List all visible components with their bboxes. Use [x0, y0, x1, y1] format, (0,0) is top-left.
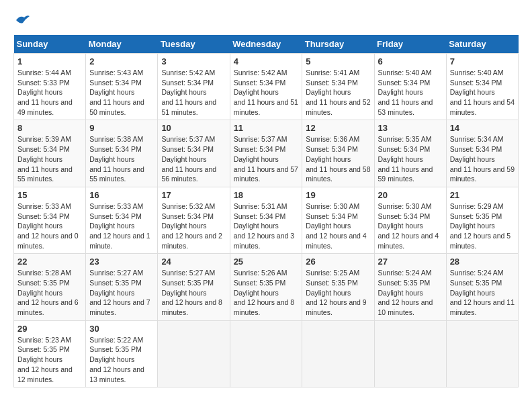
day-number: 26 [306, 257, 370, 267]
sunrise-label: Sunrise: 5:43 AM [89, 68, 143, 77]
daylight-duration: and 12 hours and 4 minutes. [378, 232, 439, 250]
day-number: 7 [450, 56, 515, 66]
sunrise-label: Sunrise: 5:36 AM [306, 135, 359, 143]
sunrise-label: Sunrise: 5:27 AM [161, 269, 215, 277]
day-number: 14 [450, 123, 515, 133]
calendar-day-cell: 27 Sunrise: 5:24 AM Sunset: 5:35 PM Dayl… [374, 254, 446, 320]
sunrise-label: Sunrise: 5:29 AM [450, 202, 504, 210]
day-number: 27 [378, 257, 443, 267]
day-info: Sunrise: 5:38 AM Sunset: 5:34 PM Dayligh… [89, 134, 154, 183]
day-number: 8 [17, 123, 82, 133]
calendar-day-cell: 30 Sunrise: 5:22 AM Sunset: 5:35 PM Dayl… [86, 320, 158, 387]
sunrise-label: Sunrise: 5:24 AM [450, 269, 504, 277]
daylight-label: Daylight hours [306, 155, 351, 163]
day-info: Sunrise: 5:27 AM Sunset: 5:35 PM Dayligh… [89, 268, 154, 317]
day-number: 6 [378, 56, 443, 66]
day-info: Sunrise: 5:39 AM Sunset: 5:34 PM Dayligh… [17, 134, 82, 183]
day-info: Sunrise: 5:33 AM Sunset: 5:34 PM Dayligh… [89, 201, 154, 250]
sunrise-label: Sunrise: 5:30 AM [306, 202, 359, 210]
daylight-label: Daylight hours [234, 155, 279, 163]
weekday-header-cell: Friday [374, 35, 446, 54]
day-number: 19 [306, 190, 370, 200]
daylight-duration: and 11 hours and 49 minutes. [17, 98, 73, 116]
sunset-label: Sunset: 5:33 PM [17, 79, 70, 87]
sunrise-label: Sunrise: 5:35 AM [378, 135, 432, 143]
day-info: Sunrise: 5:29 AM Sunset: 5:35 PM Dayligh… [450, 201, 515, 250]
sunrise-label: Sunrise: 5:42 AM [161, 68, 215, 77]
daylight-label: Daylight hours [378, 88, 423, 96]
day-info: Sunrise: 5:43 AM Sunset: 5:34 PM Dayligh… [89, 68, 154, 117]
daylight-label: Daylight hours [161, 88, 206, 96]
daylight-label: Daylight hours [306, 88, 351, 96]
day-info: Sunrise: 5:42 AM Sunset: 5:34 PM Dayligh… [234, 68, 299, 117]
daylight-label: Daylight hours [450, 88, 495, 96]
daylight-label: Daylight hours [89, 355, 134, 363]
calendar-week-row: 8 Sunrise: 5:39 AM Sunset: 5:34 PM Dayli… [14, 120, 519, 187]
daylight-duration: and 12 hours and 4 minutes. [306, 232, 367, 250]
daylight-label: Daylight hours [378, 289, 423, 297]
day-number: 16 [89, 190, 154, 200]
day-info: Sunrise: 5:24 AM Sunset: 5:35 PM Dayligh… [450, 268, 515, 317]
sunset-label: Sunset: 5:34 PM [306, 145, 358, 153]
daylight-duration: and 11 hours and 56 minutes. [161, 165, 216, 183]
daylight-duration: and 12 hours and 13 minutes. [89, 365, 144, 383]
sunrise-label: Sunrise: 5:25 AM [306, 269, 359, 277]
day-info: Sunrise: 5:40 AM Sunset: 5:34 PM Dayligh… [378, 68, 443, 117]
daylight-duration: and 12 hours and 7 minutes. [89, 298, 150, 316]
day-info: Sunrise: 5:25 AM Sunset: 5:35 PM Dayligh… [306, 268, 370, 317]
daylight-duration: and 12 hours and 3 minutes. [234, 232, 295, 250]
calendar-day-cell: 25 Sunrise: 5:26 AM Sunset: 5:35 PM Dayl… [230, 254, 302, 320]
sunset-label: Sunset: 5:34 PM [450, 79, 502, 87]
sunset-label: Sunset: 5:34 PM [17, 145, 70, 153]
sunset-label: Sunset: 5:34 PM [378, 145, 431, 153]
calendar-day-cell: 8 Sunrise: 5:39 AM Sunset: 5:34 PM Dayli… [14, 120, 86, 187]
day-info: Sunrise: 5:22 AM Sunset: 5:35 PM Dayligh… [89, 335, 154, 384]
daylight-duration: and 12 hours and 10 minutes. [378, 298, 433, 316]
day-number: 29 [17, 324, 82, 334]
daylight-duration: and 11 hours and 55 minutes. [89, 165, 144, 183]
sunrise-label: Sunrise: 5:40 AM [450, 68, 504, 77]
sunrise-label: Sunrise: 5:26 AM [234, 269, 287, 277]
day-number: 2 [89, 56, 154, 66]
daylight-label: Daylight hours [161, 155, 206, 163]
day-info: Sunrise: 5:40 AM Sunset: 5:34 PM Dayligh… [450, 68, 515, 117]
sunrise-label: Sunrise: 5:37 AM [234, 135, 287, 143]
day-number: 24 [161, 257, 226, 267]
daylight-duration: and 11 hours and 53 minutes. [378, 98, 433, 116]
day-number: 22 [17, 257, 82, 267]
calendar-day-cell: 3 Sunrise: 5:42 AM Sunset: 5:34 PM Dayli… [158, 54, 230, 120]
calendar-day-cell: 29 Sunrise: 5:23 AM Sunset: 5:35 PM Dayl… [14, 320, 86, 387]
calendar-day-cell [374, 320, 446, 387]
day-number: 20 [378, 190, 443, 200]
sunset-label: Sunset: 5:34 PM [378, 79, 431, 87]
calendar-week-row: 29 Sunrise: 5:23 AM Sunset: 5:35 PM Dayl… [14, 320, 519, 387]
calendar-day-cell [446, 320, 518, 387]
calendar-day-cell [302, 320, 374, 387]
logo [13, 13, 30, 28]
daylight-duration: and 11 hours and 58 minutes. [306, 165, 370, 183]
calendar-day-cell: 15 Sunrise: 5:33 AM Sunset: 5:34 PM Dayl… [14, 187, 86, 253]
sunrise-label: Sunrise: 5:33 AM [17, 202, 71, 210]
sunrise-label: Sunrise: 5:38 AM [89, 135, 143, 143]
daylight-duration: and 11 hours and 52 minutes. [306, 98, 370, 116]
day-info: Sunrise: 5:30 AM Sunset: 5:34 PM Dayligh… [378, 201, 443, 250]
day-info: Sunrise: 5:34 AM Sunset: 5:34 PM Dayligh… [450, 134, 515, 183]
day-info: Sunrise: 5:30 AM Sunset: 5:34 PM Dayligh… [306, 201, 370, 250]
daylight-duration: and 11 hours and 50 minutes. [89, 98, 144, 116]
sunset-label: Sunset: 5:35 PM [450, 279, 502, 287]
calendar-day-cell: 13 Sunrise: 5:35 AM Sunset: 5:34 PM Dayl… [374, 120, 446, 187]
day-info: Sunrise: 5:24 AM Sunset: 5:35 PM Dayligh… [378, 268, 443, 317]
daylight-duration: and 11 hours and 59 minutes. [450, 165, 515, 183]
calendar-day-cell: 7 Sunrise: 5:40 AM Sunset: 5:34 PM Dayli… [446, 54, 518, 120]
calendar-day-cell: 12 Sunrise: 5:36 AM Sunset: 5:34 PM Dayl… [302, 120, 374, 187]
weekday-header-cell: Tuesday [158, 35, 230, 54]
daylight-label: Daylight hours [17, 155, 62, 163]
sunrise-label: Sunrise: 5:37 AM [161, 135, 215, 143]
day-number: 30 [89, 324, 154, 334]
daylight-label: Daylight hours [450, 289, 495, 297]
sunset-label: Sunset: 5:34 PM [378, 212, 431, 220]
daylight-duration: and 12 hours and 12 minutes. [17, 365, 73, 383]
calendar-day-cell: 18 Sunrise: 5:31 AM Sunset: 5:34 PM Dayl… [230, 187, 302, 253]
sunset-label: Sunset: 5:34 PM [161, 145, 214, 153]
daylight-duration: and 12 hours and 11 minutes. [450, 298, 515, 316]
